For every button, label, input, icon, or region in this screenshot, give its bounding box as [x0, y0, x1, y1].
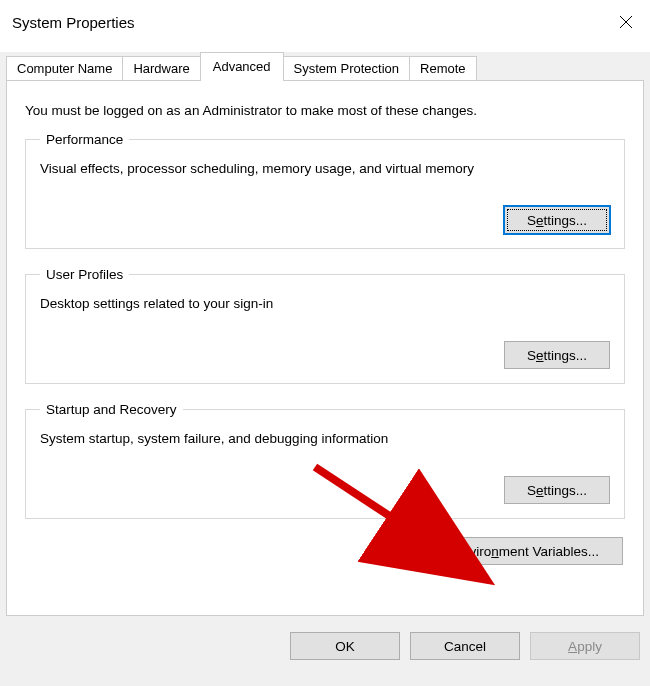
tab-bar: Computer Name Hardware Advanced System P…	[0, 52, 650, 80]
tab-content-advanced: You must be logged on as an Administrato…	[6, 80, 644, 616]
titlebar: System Properties	[0, 0, 650, 40]
tab-system-protection[interactable]: System Protection	[283, 56, 411, 80]
apply-button[interactable]: Apply	[530, 632, 640, 660]
admin-note: You must be logged on as an Administrato…	[25, 103, 625, 118]
tab-advanced[interactable]: Advanced	[200, 52, 284, 80]
startup-recovery-settings-button[interactable]: Settings...	[504, 476, 610, 504]
startup-recovery-desc: System startup, system failure, and debu…	[40, 431, 610, 446]
close-icon	[619, 15, 633, 29]
tab-hardware[interactable]: Hardware	[122, 56, 200, 80]
cancel-button[interactable]: Cancel	[410, 632, 520, 660]
ok-button[interactable]: OK	[290, 632, 400, 660]
window-title: System Properties	[12, 14, 135, 31]
performance-settings-button[interactable]: Settings...	[504, 206, 610, 234]
user-profiles-group: User Profiles Desktop settings related t…	[25, 267, 625, 384]
startup-recovery-group: Startup and Recovery System startup, sys…	[25, 402, 625, 519]
close-button[interactable]	[614, 10, 638, 34]
performance-desc: Visual effects, processor scheduling, me…	[40, 161, 610, 176]
environment-variables-button[interactable]: Environment Variables...	[429, 537, 623, 565]
dialog-body: Computer Name Hardware Advanced System P…	[0, 52, 650, 686]
user-profiles-legend: User Profiles	[40, 267, 129, 282]
performance-group: Performance Visual effects, processor sc…	[25, 132, 625, 249]
tab-computer-name[interactable]: Computer Name	[6, 56, 123, 80]
dialog-footer: OK Cancel Apply	[0, 624, 650, 670]
startup-recovery-legend: Startup and Recovery	[40, 402, 183, 417]
performance-legend: Performance	[40, 132, 129, 147]
tab-remote[interactable]: Remote	[409, 56, 477, 80]
system-properties-window: System Properties Computer Name Hardware…	[0, 0, 650, 686]
user-profiles-settings-button[interactable]: Settings...	[504, 341, 610, 369]
user-profiles-desc: Desktop settings related to your sign-in	[40, 296, 610, 311]
